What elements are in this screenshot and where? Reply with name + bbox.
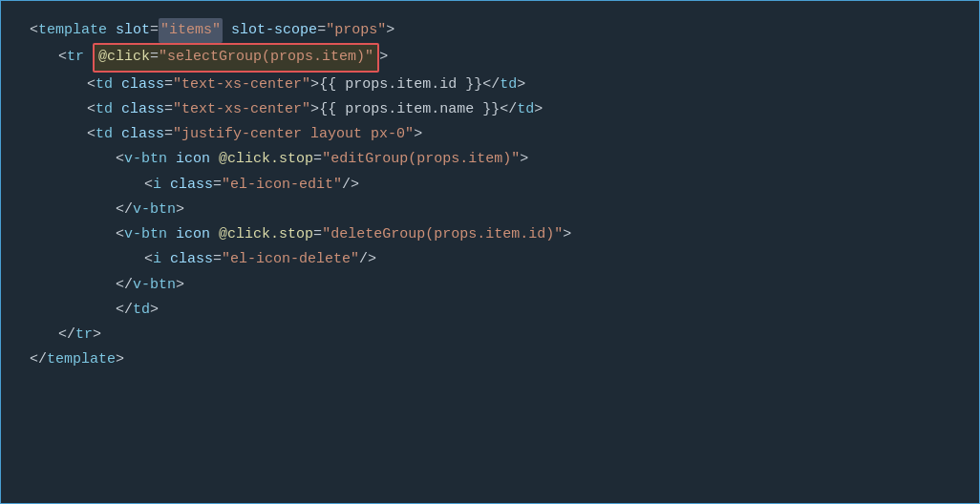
tag: td: [500, 73, 517, 97]
tag: td: [96, 97, 113, 122]
tag: td: [133, 298, 150, 323]
tag: td: [96, 122, 113, 147]
code-line-6: <v-btn icon @click.stop="editGroup(props…: [30, 147, 950, 172]
tag: template: [38, 18, 107, 43]
attr: icon: [176, 222, 210, 247]
bracket: >: [176, 273, 184, 298]
bracket: >: [534, 97, 543, 122]
text: [223, 18, 231, 43]
bracket: >: [116, 347, 124, 372]
bracket: <: [58, 45, 67, 70]
code-line-2: <tr @click="selectGroup(props.item)">: [30, 43, 950, 72]
bracket: </: [116, 298, 133, 323]
bracket: </: [58, 323, 75, 347]
bracket: >: [310, 73, 319, 97]
code-line-1: <template slot="items" slot-scope="props…: [30, 18, 950, 43]
eq: =: [164, 97, 173, 122]
attr: class: [170, 173, 213, 198]
str: "el-icon-edit": [222, 173, 342, 198]
attr: icon: [176, 147, 210, 172]
eq: =: [164, 73, 173, 97]
bracket: />: [359, 247, 376, 272]
tag: v-btn: [133, 198, 176, 222]
text: [84, 45, 93, 70]
tag: td: [517, 97, 534, 122]
bracket: >: [517, 73, 525, 97]
bracket: <: [144, 173, 153, 198]
code-line-13: </tr>: [30, 323, 950, 347]
eq: =: [213, 247, 222, 272]
str: "selectGroup(props.item)": [159, 49, 373, 65]
bracket: <: [116, 147, 124, 172]
code-line-5: <td class="justify-center layout px-0">: [30, 122, 950, 147]
eq: =: [213, 173, 222, 198]
code-line-7: <i class="el-icon-edit"/>: [30, 173, 950, 198]
bracket: </: [482, 73, 500, 97]
bracket: >: [379, 45, 388, 70]
event: @click: [98, 49, 150, 65]
bracket: />: [342, 173, 359, 198]
text: [210, 147, 219, 172]
tag: td: [96, 73, 113, 97]
tag: tr: [67, 45, 84, 70]
text: [161, 173, 170, 198]
bracket: </: [500, 97, 517, 122]
interp: {{ props.item.id }}: [319, 73, 482, 97]
str: "text-xs-center": [173, 73, 310, 97]
tag: tr: [75, 323, 93, 347]
code-line-3: <td class="text-xs-center">{{ props.item…: [30, 73, 950, 97]
bracket: <: [30, 18, 38, 43]
text: [113, 73, 121, 97]
bracket: </: [116, 273, 133, 298]
bracket: >: [93, 323, 101, 347]
bracket: <: [144, 247, 153, 272]
bracket: >: [176, 198, 184, 222]
bracket: >: [414, 122, 422, 147]
str: "props": [326, 18, 386, 43]
text: [113, 122, 121, 147]
tag: template: [47, 347, 116, 372]
tag: i: [153, 247, 161, 272]
text: [161, 247, 170, 272]
bracket: >: [386, 18, 394, 43]
str: "text-xs-center": [173, 97, 310, 122]
str: "deleteGroup(props.item.id)": [322, 222, 563, 247]
attr: class: [121, 73, 164, 97]
tag: v-btn: [133, 273, 176, 298]
bracket: <: [87, 97, 96, 122]
bracket: <: [87, 73, 96, 97]
str: "editGroup(props.item)": [322, 147, 520, 172]
eq: =: [313, 147, 322, 172]
code-line-4: <td class="text-xs-center">{{ props.item…: [30, 97, 950, 122]
event: @click.stop: [219, 222, 313, 247]
tag: v-btn: [124, 222, 167, 247]
eq: =: [164, 122, 173, 147]
text: [167, 147, 176, 172]
bracket: <: [87, 122, 96, 147]
str: "items": [160, 22, 221, 38]
text: [210, 222, 219, 247]
bracket: >: [520, 147, 528, 172]
event: @click.stop: [219, 147, 313, 172]
attr: slot-scope: [231, 18, 317, 43]
code-line-9: <v-btn icon @click.stop="deleteGroup(pro…: [30, 222, 950, 247]
code-line-12: </td>: [30, 298, 950, 323]
str: "el-icon-delete": [222, 247, 359, 272]
attr: slot: [116, 18, 150, 43]
click-highlight: @click="selectGroup(props.item)": [93, 43, 379, 72]
attr: class: [170, 247, 213, 272]
bracket: </: [30, 347, 47, 372]
eq: =: [150, 18, 159, 43]
code-line-11: </v-btn>: [30, 273, 950, 298]
interp: {{ props.item.name }}: [319, 97, 500, 122]
eq: =: [317, 18, 326, 43]
code-editor: <template slot="items" slot-scope="props…: [0, 0, 980, 504]
bracket: <: [116, 222, 124, 247]
bracket: </: [116, 198, 133, 222]
text: [107, 18, 116, 43]
eq: =: [150, 49, 159, 65]
bracket: >: [310, 97, 319, 122]
attr: class: [121, 122, 164, 147]
eq: =: [313, 222, 322, 247]
attr: class: [121, 97, 164, 122]
